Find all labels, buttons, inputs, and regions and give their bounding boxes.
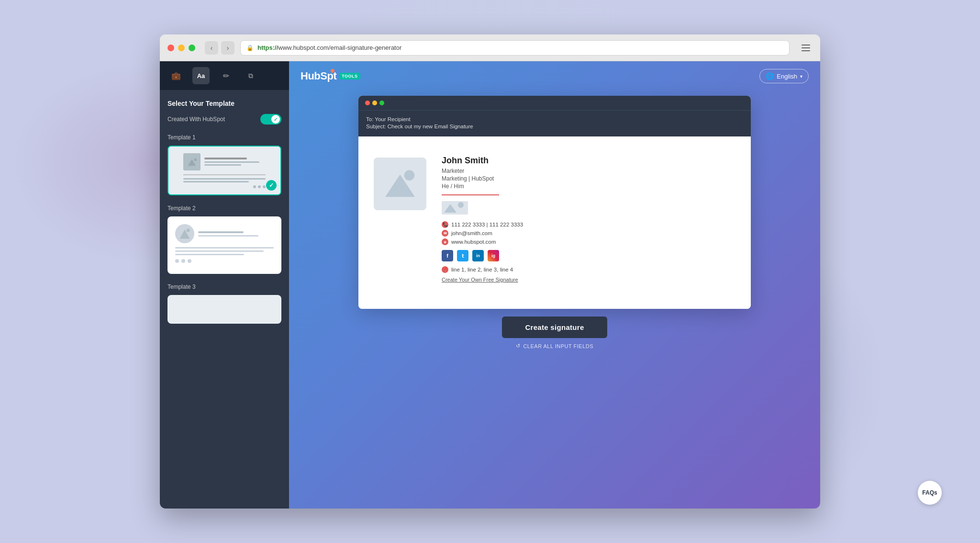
svg-point-11: [458, 202, 464, 208]
instagram-icon[interactable]: ig: [488, 250, 499, 261]
hubspot-logo: HubSpt TOOLS: [301, 70, 360, 82]
browser-chrome: ‹ › 🔒 https://www.hubspot.com/email-sign…: [160, 34, 820, 61]
svg-point-2: [194, 158, 197, 161]
location-icon: 📍: [442, 266, 448, 273]
sidebar-icon-bar: 💼 Aa ✏ ⧉: [160, 61, 289, 90]
main-header: HubSpt TOOLS 🌐 English ▾: [289, 61, 820, 91]
lock-icon: 🔒: [246, 45, 254, 51]
back-button[interactable]: ‹: [205, 41, 218, 55]
app-container: 💼 Aa ✏ ⧉ Select Your Template Created Wi…: [160, 61, 820, 509]
toggle-label: Created With HubSpot: [167, 116, 225, 123]
facebook-icon[interactable]: f: [442, 250, 453, 261]
email-to: To: Your Recipient: [366, 116, 743, 122]
maximize-button[interactable]: [189, 45, 195, 51]
tools-badge: TOOLS: [339, 73, 360, 79]
svg-point-8: [404, 170, 415, 181]
template-1-section: Template 1: [167, 134, 281, 195]
clear-fields-link[interactable]: ↺ CLEAR ALL INPUT FIELDS: [516, 343, 593, 349]
email-icon: ✉: [442, 230, 448, 237]
email-body: John Smith Marketer Marketing | HubSpot …: [358, 136, 751, 309]
minimize-button[interactable]: [178, 45, 185, 51]
email-maximize-dot: [379, 101, 384, 105]
sig-pronouns: He / Him: [442, 183, 735, 190]
email-minimize-dot: [372, 101, 377, 105]
sidebar-section-title: Select Your Template: [167, 100, 281, 107]
address-bar[interactable]: 🔒 https://www.hubspot.com/email-signatur…: [240, 40, 790, 56]
web-icon: ◈: [442, 238, 448, 245]
toggle-checkmark: ✓: [271, 115, 280, 124]
main-content: HubSpt TOOLS 🌐 English ▾: [289, 61, 820, 509]
email-preview-wrapper: To: Your Recipient Subject: Check out my…: [289, 91, 820, 509]
close-button[interactable]: [167, 45, 174, 51]
sig-name: John Smith: [442, 156, 735, 166]
sig-address-text: line 1, line 2, line 3, line 4: [451, 267, 513, 272]
url-text: https://www.hubspot.com/email-signature-…: [257, 44, 401, 51]
template-2-label: Template 2: [167, 205, 281, 212]
sig-cta-link[interactable]: Create Your Own Free Signature: [442, 277, 735, 283]
sidebar-icon-briefcase[interactable]: 💼: [167, 67, 185, 84]
sig-website: ◈ www.hubspot.com: [442, 238, 735, 245]
sig-phone-text: 111 222 3333 | 111 222 3333: [451, 222, 523, 227]
svg-point-5: [187, 229, 190, 232]
email-header-info: To: Your Recipient Subject: Check out my…: [358, 110, 751, 136]
menu-icon[interactable]: [799, 41, 813, 55]
sig-email: ✉ john@smith.com: [442, 230, 735, 237]
sidebar-content: Select Your Template Created With HubSpo…: [160, 90, 289, 509]
traffic-lights: [167, 45, 195, 51]
sig-phone: 📞 111 222 3333 | 111 222 3333: [442, 221, 735, 228]
template-1-selected-icon: ✓: [266, 180, 277, 191]
sig-title: Marketer: [442, 168, 735, 174]
template-1-preview: ✓: [168, 147, 280, 194]
sig-social-links: f 𝕥 in ig: [442, 250, 735, 261]
email-close-dot: [365, 101, 370, 105]
chevron-down-icon: ▾: [800, 74, 802, 79]
sidebar-icon-text[interactable]: Aa: [192, 67, 210, 84]
toggle-row: Created With HubSpot ✓: [167, 114, 281, 124]
linkedin-icon[interactable]: in: [472, 250, 484, 261]
email-window-chrome: [358, 96, 751, 110]
globe-icon: 🌐: [766, 72, 774, 80]
template-2-preview: [167, 216, 281, 274]
sidebar: 💼 Aa ✏ ⧉ Select Your Template Created Wi…: [160, 61, 289, 509]
sig-company: Marketing | HubSpot: [442, 175, 735, 182]
hubspot-toggle[interactable]: ✓: [260, 114, 281, 124]
language-label: English: [777, 73, 797, 80]
sig-divider: [442, 194, 499, 195]
sidebar-icon-copy[interactable]: ⧉: [242, 67, 259, 84]
signature-details: John Smith Marketer Marketing | HubSpot …: [442, 148, 735, 283]
email-traffic-lights: [365, 101, 384, 105]
browser-window: ‹ › 🔒 https://www.hubspot.com/email-sign…: [160, 34, 820, 509]
sig-website-text: www.hubspot.com: [451, 239, 496, 245]
template-2-card[interactable]: [167, 216, 281, 274]
forward-button[interactable]: ›: [221, 41, 234, 55]
template-2-section: Template 2: [167, 205, 281, 274]
brand-name: HubSpt: [301, 70, 336, 82]
refresh-icon: ↺: [516, 343, 521, 349]
template-1-card[interactable]: ✓: [167, 146, 281, 195]
sig-logo: [442, 201, 468, 215]
clear-fields-text: CLEAR ALL INPUT FIELDS: [523, 343, 593, 349]
email-subject: Subject: Check out my new Email Signatur…: [366, 124, 743, 129]
twitter-icon[interactable]: 𝕥: [457, 250, 468, 261]
template-1-label: Template 1: [167, 134, 281, 141]
sidebar-icon-pencil[interactable]: ✏: [217, 67, 234, 84]
template-3-section: Template 3: [167, 283, 281, 324]
nav-buttons: ‹ ›: [205, 41, 234, 55]
signature-avatar: [374, 158, 426, 210]
sig-address: 📍 line 1, line 2, line 3, line 4: [442, 266, 735, 273]
phone-icon: 📞: [442, 221, 448, 228]
email-window: To: Your Recipient Subject: Check out my…: [358, 96, 751, 309]
create-signature-button[interactable]: Create signature: [502, 317, 607, 338]
template-3-card[interactable]: [167, 295, 281, 324]
language-selector[interactable]: 🌐 English ▾: [759, 69, 809, 83]
template-3-label: Template 3: [167, 283, 281, 290]
sig-email-text: john@smith.com: [451, 230, 492, 236]
bottom-bar: Create signature ↺ CLEAR ALL INPUT FIELD…: [502, 309, 607, 353]
